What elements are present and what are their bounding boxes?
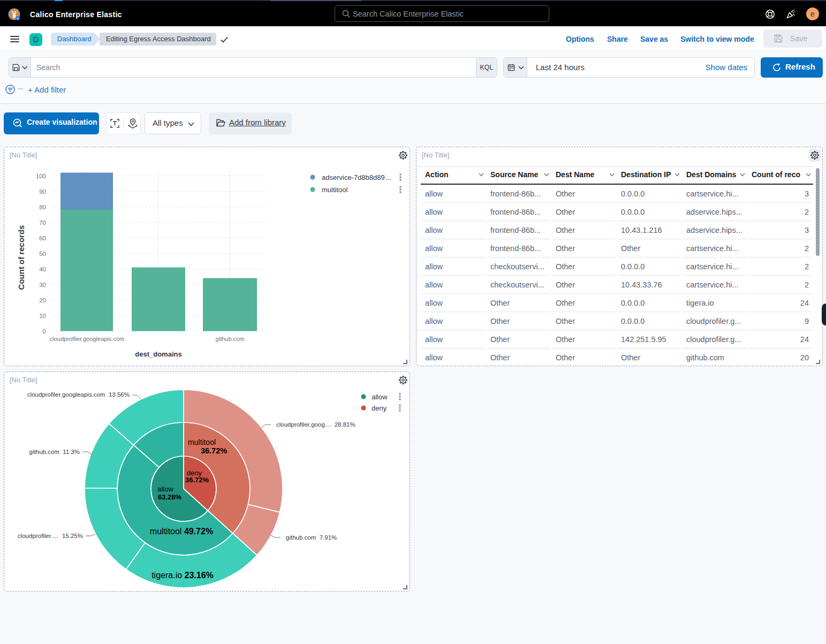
svg-text:36.72%: 36.72% <box>201 446 227 455</box>
svg-text:multitool 49.72%: multitool 49.72% <box>150 527 213 536</box>
svg-text:cloudprofiler.googleapis.com: cloudprofiler.googleapis.com 13.56% <box>27 391 130 398</box>
svg-text:63.28%: 63.28% <box>158 493 182 501</box>
svg-text:40: 40 <box>39 266 46 272</box>
svg-text:70: 70 <box>39 219 46 226</box>
svg-text:0: 0 <box>43 328 46 335</box>
svg-text:36.72%: 36.72% <box>185 476 209 484</box>
svg-text:allow: allow <box>157 485 173 493</box>
svg-text:100: 100 <box>36 173 46 179</box>
svg-text:80: 80 <box>39 204 46 210</box>
svg-text:cloudprofiler.googleapis.com: cloudprofiler.googleapis.com <box>50 336 124 342</box>
svg-text:deny: deny <box>372 404 387 412</box>
svg-text:90: 90 <box>39 188 46 195</box>
svg-text:20: 20 <box>39 297 46 304</box>
svg-text:allow: allow <box>372 393 388 401</box>
svg-text:multitool: multitool <box>188 438 216 446</box>
svg-text:cloudprofiler.goog… 28.81%: cloudprofiler.goog… 28.81% <box>276 421 355 428</box>
svg-text:Count of records: Count of records <box>17 225 26 290</box>
svg-text:50: 50 <box>39 251 46 257</box>
svg-text:tigera.io 23.16%: tigera.io 23.16% <box>151 571 214 580</box>
svg-text:60: 60 <box>39 235 46 241</box>
svg-text:github.com 7.91%: github.com 7.91% <box>286 534 337 541</box>
svg-text:dest_domains: dest_domains <box>135 350 181 358</box>
svg-text:adservice-7d8b8d89…: adservice-7d8b8d89… <box>322 173 392 181</box>
svg-text:github.com: github.com <box>216 336 245 342</box>
svg-text:multitool: multitool <box>322 186 348 194</box>
svg-text:30: 30 <box>39 282 46 288</box>
svg-text:github.com 11.3%: github.com 11.3% <box>29 449 80 455</box>
svg-text:cloudprofiler.… 15.25%: cloudprofiler.… 15.25% <box>18 533 83 539</box>
svg-text:10: 10 <box>39 313 46 319</box>
